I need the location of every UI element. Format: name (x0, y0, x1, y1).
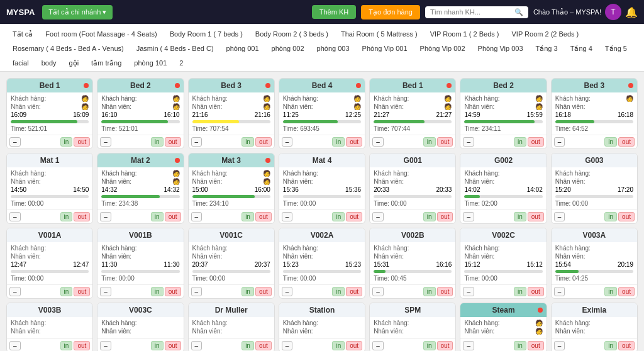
minus-button[interactable]: – (463, 341, 474, 350)
minus-button[interactable]: – (191, 137, 203, 147)
out-button[interactable]: out (165, 212, 181, 221)
minus-button[interactable]: – (9, 341, 21, 350)
minus-button[interactable]: – (463, 287, 474, 296)
out-button[interactable]: out (165, 287, 181, 296)
tab-item[interactable]: Body Room 1 ( 7 beds ) (164, 28, 249, 41)
in-button[interactable]: in (514, 212, 526, 221)
in-button[interactable]: in (514, 287, 526, 296)
bell-icon[interactable]: 🔔 (625, 6, 638, 18)
out-button[interactable]: out (255, 212, 272, 221)
minus-button[interactable]: – (463, 137, 474, 147)
minus-button[interactable]: – (554, 287, 565, 296)
tab-item[interactable]: Tất cả (6, 28, 39, 41)
tab-item[interactable]: body (35, 57, 63, 70)
minus-button[interactable]: – (100, 287, 111, 296)
minus-button[interactable]: – (9, 212, 21, 221)
minus-button[interactable]: – (372, 212, 384, 221)
tab-item[interactable]: gội (63, 57, 86, 70)
minus-button[interactable]: – (282, 341, 293, 350)
minus-button[interactable]: – (372, 341, 384, 350)
out-button[interactable]: out (74, 212, 90, 221)
out-button[interactable]: out (618, 212, 635, 221)
tab-item[interactable]: Rosemary ( 4 Beds - Bed A - Venus) (6, 42, 130, 55)
tab-item[interactable]: Phòng Vip 001 (356, 42, 414, 55)
minus-button[interactable]: – (554, 137, 565, 147)
out-button[interactable]: out (74, 287, 90, 296)
out-button[interactable]: out (74, 137, 90, 147)
in-button[interactable]: in (151, 212, 164, 221)
minus-button[interactable]: – (100, 341, 111, 350)
minus-button[interactable]: – (100, 137, 111, 147)
tab-item[interactable]: Phòng Vip 003 (472, 42, 530, 55)
minus-button[interactable]: – (372, 137, 384, 147)
minus-button[interactable]: – (282, 137, 293, 147)
out-button[interactable]: out (437, 341, 453, 350)
in-button[interactable]: in (423, 212, 436, 221)
in-button[interactable]: in (332, 341, 345, 350)
tab-item[interactable]: tắm trắng (85, 57, 128, 70)
tab-item[interactable]: Tầng 3 (530, 42, 564, 55)
tab-item[interactable]: Thai Room ( 5 Mattress ) (335, 28, 424, 41)
minus-button[interactable]: – (9, 287, 21, 296)
in-button[interactable]: in (60, 212, 73, 221)
branch-dropdown[interactable]: Tất cả chi nhánh ▾ (42, 5, 113, 20)
tab-item[interactable]: phòng 101 (128, 57, 173, 70)
minus-button[interactable]: – (463, 212, 474, 221)
in-button[interactable]: in (60, 341, 73, 350)
in-button[interactable]: in (423, 137, 436, 147)
in-button[interactable]: in (604, 212, 617, 221)
add-customer-button[interactable]: Thêm KH (312, 5, 356, 19)
in-button[interactable]: in (423, 341, 436, 350)
in-button[interactable]: in (60, 287, 73, 296)
out-button[interactable]: out (528, 212, 544, 221)
out-button[interactable]: out (437, 287, 453, 296)
in-button[interactable]: in (332, 212, 345, 221)
tab-item[interactable]: Phòng Vip 002 (414, 42, 472, 55)
out-button[interactable]: out (528, 341, 544, 350)
in-button[interactable]: in (242, 212, 254, 221)
out-button[interactable]: out (528, 137, 544, 147)
out-button[interactable]: out (437, 137, 453, 147)
out-button[interactable]: out (255, 287, 272, 296)
minus-button[interactable]: – (191, 287, 203, 296)
out-button[interactable]: out (346, 137, 362, 147)
out-button[interactable]: out (618, 341, 635, 350)
tab-item[interactable]: VIP Room 1 ( 2 Beds ) (424, 28, 506, 41)
tab-item[interactable]: phòng 003 (311, 42, 356, 55)
out-button[interactable]: out (618, 137, 635, 147)
out-button[interactable]: out (346, 341, 362, 350)
tab-item[interactable]: Jasmin ( 4 Beds - Bed C) (130, 42, 220, 55)
tab-item[interactable]: Tầng 5 (599, 42, 633, 55)
minus-button[interactable]: – (554, 341, 565, 350)
minus-button[interactable]: – (9, 137, 21, 147)
in-button[interactable]: in (514, 137, 526, 147)
minus-button[interactable]: – (100, 212, 111, 221)
in-button[interactable]: in (60, 137, 73, 147)
in-button[interactable]: in (514, 341, 526, 350)
minus-button[interactable]: – (191, 212, 203, 221)
out-button[interactable]: out (74, 341, 90, 350)
in-button[interactable]: in (423, 287, 436, 296)
in-button[interactable]: in (332, 287, 345, 296)
avatar[interactable]: T (605, 4, 621, 20)
in-button[interactable]: in (604, 287, 617, 296)
tab-item[interactable]: phòng 001 (220, 42, 265, 55)
in-button[interactable]: in (242, 137, 254, 147)
out-button[interactable]: out (528, 287, 544, 296)
tab-item[interactable]: Foot room (Foot Massage - 4 Seats) (39, 28, 163, 41)
in-button[interactable]: in (332, 137, 345, 147)
minus-button[interactable]: – (372, 287, 384, 296)
out-button[interactable]: out (346, 287, 362, 296)
tab-item[interactable]: phòng 002 (265, 42, 311, 55)
search-input[interactable] (430, 8, 512, 16)
in-button[interactable]: in (151, 287, 164, 296)
out-button[interactable]: out (165, 137, 181, 147)
out-button[interactable]: out (618, 287, 635, 296)
in-button[interactable]: in (604, 341, 617, 350)
in-button[interactable]: in (151, 341, 164, 350)
out-button[interactable]: out (255, 341, 272, 350)
minus-button[interactable]: – (191, 341, 203, 350)
out-button[interactable]: out (255, 137, 272, 147)
out-button[interactable]: out (346, 212, 362, 221)
tab-item[interactable]: facial (6, 57, 35, 70)
